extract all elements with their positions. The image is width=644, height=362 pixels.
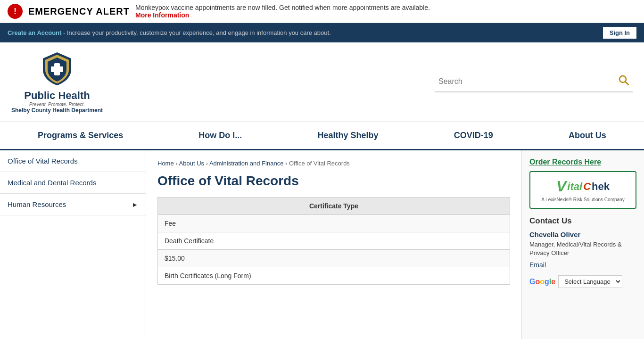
nav-item-healthy-shelby: Healthy Shelby (306, 122, 390, 149)
table-cell-death-certificate: Death Certificate (158, 232, 510, 250)
org-name: Public Health (11, 90, 103, 102)
sidebar-item-vital-records[interactable]: Office of Vital Records (0, 150, 146, 172)
contact-email-link[interactable]: Email (529, 261, 546, 269)
vitalchek-box[interactable]: V ital C hek A LexisNexis® Risk Solution… (529, 171, 636, 209)
sidebar-link-vital-records[interactable]: Office of Vital Records (8, 157, 78, 165)
breadcrumb: Home › About Us › Administration and Fin… (157, 160, 510, 167)
nav-link-programs[interactable]: Programs & Services (26, 122, 134, 149)
table-row-fee: Fee (158, 215, 510, 232)
left-sidebar: Office of Vital Records Medical and Dent… (0, 150, 146, 339)
breadcrumb-current: Office of Vital Records (289, 160, 350, 167)
google-translate-area: Google Select Language (529, 275, 636, 288)
vitalchek-v: V (556, 178, 566, 195)
breadcrumb-admin-finance[interactable]: Administration and Finance (209, 160, 284, 167)
nav-link-healthy-shelby[interactable]: Healthy Shelby (306, 122, 390, 149)
nav-item-about: About Us (557, 122, 618, 149)
svg-rect-1 (51, 66, 63, 72)
org-tagline: Prevent. Promote. Protect. (11, 102, 103, 107)
contact-email-area: Email (529, 261, 636, 269)
search-icon (619, 75, 629, 85)
nav-item-covid: COVID-19 (443, 122, 504, 149)
sign-in-button[interactable]: Sign In (603, 27, 636, 39)
create-account-link[interactable]: Create an Account (8, 29, 61, 36)
emergency-more-info-link[interactable]: More Information (135, 11, 189, 19)
google-g-icon: Google (529, 278, 555, 286)
sidebar-link-medical-dental[interactable]: Medical and Dental Records (8, 179, 96, 187)
table-row-death-certificate: Death Certificate (158, 232, 510, 250)
nav-link-howdoi[interactable]: How Do I... (187, 122, 253, 149)
table-header-certificate-type: Certificate Type (158, 197, 510, 215)
emergency-title: EMERGENCY ALERT (28, 6, 130, 17)
page-title: Office of Vital Records (157, 173, 510, 189)
emergency-alert-bar: ! EMERGENCY ALERT Monkeypox vaccine appo… (0, 0, 644, 23)
nav-link-about[interactable]: About Us (557, 122, 618, 149)
nav-link-covid[interactable]: COVID-19 (443, 122, 504, 149)
contact-us-title: Contact Us (529, 216, 636, 226)
right-sidebar: Order Records Here V ital C hek A LexisN… (521, 150, 644, 339)
table-row-birth-certificate: Birth Certificates (Long Form) (158, 267, 510, 285)
table-cell-birth-certificate: Birth Certificates (Long Form) (158, 267, 510, 285)
main-content: Home › About Us › Administration and Fin… (146, 150, 521, 339)
vitalchek-logo: V ital C hek (536, 178, 630, 195)
logo-text-area: Public Health Prevent. Promote. Protect.… (11, 90, 103, 114)
vitalchek-chek: hek (592, 181, 610, 193)
contact-role: Manager, Medical/Vital Records & Privacy… (529, 240, 636, 257)
order-records-title[interactable]: Order Records Here (529, 158, 636, 166)
main-nav: Programs & Services How Do I... Healthy … (0, 122, 644, 150)
top-bar: Create an Account - Increase your produc… (0, 23, 644, 42)
search-area (435, 71, 633, 92)
vitalchek-ital: ital (567, 181, 582, 193)
contact-name: Chevella Oliver (529, 230, 636, 239)
search-input[interactable] (435, 74, 615, 90)
dept-name: Shelby County Health Department (11, 107, 103, 114)
shield-logo-icon (38, 50, 76, 88)
vitalchek-al: C (583, 181, 591, 193)
sidebar-item-medical-dental[interactable]: Medical and Dental Records (0, 172, 146, 194)
breadcrumb-about-us[interactable]: About Us (179, 160, 204, 167)
language-select[interactable]: Select Language (558, 275, 622, 288)
search-button[interactable] (615, 71, 633, 91)
top-bar-desc: - Increase your productivity, customize … (63, 29, 331, 36)
content-wrapper: Office of Vital Records Medical and Dent… (0, 150, 644, 339)
chevron-right-icon: ► (132, 201, 138, 208)
emergency-message-area: Monkeypox vaccine appointments are now f… (135, 4, 430, 19)
table-cell-fee-label: Fee (158, 215, 510, 232)
sidebar-item-human-resources[interactable]: Human Resources ► (0, 194, 146, 215)
breadcrumb-home[interactable]: Home (157, 160, 174, 167)
emergency-icon: ! (8, 4, 23, 19)
sidebar-link-human-resources[interactable]: Human Resources (8, 200, 66, 208)
breadcrumb-sep-2: › (206, 160, 209, 167)
records-table: Certificate Type Fee Death Certificate $… (157, 197, 510, 285)
breadcrumb-sep-3: › (285, 160, 289, 167)
top-bar-account-area: Create an Account - Increase your produc… (8, 29, 331, 36)
svg-line-3 (626, 82, 629, 85)
site-header: Public Health Prevent. Promote. Protect.… (0, 42, 644, 122)
vitalchek-subtitle: A LexisNexis® Risk Solutions Company (536, 197, 630, 202)
nav-item-programs: Programs & Services (26, 122, 134, 149)
table-cell-death-fee: $15.00 (158, 250, 510, 267)
emergency-message: Monkeypox vaccine appointments are now f… (135, 4, 430, 11)
nav-item-howdoi: How Do I... (187, 122, 253, 149)
table-row-death-fee: $15.00 (158, 250, 510, 267)
breadcrumb-sep-1: › (175, 160, 179, 167)
logo-area: Public Health Prevent. Promote. Protect.… (11, 50, 103, 114)
